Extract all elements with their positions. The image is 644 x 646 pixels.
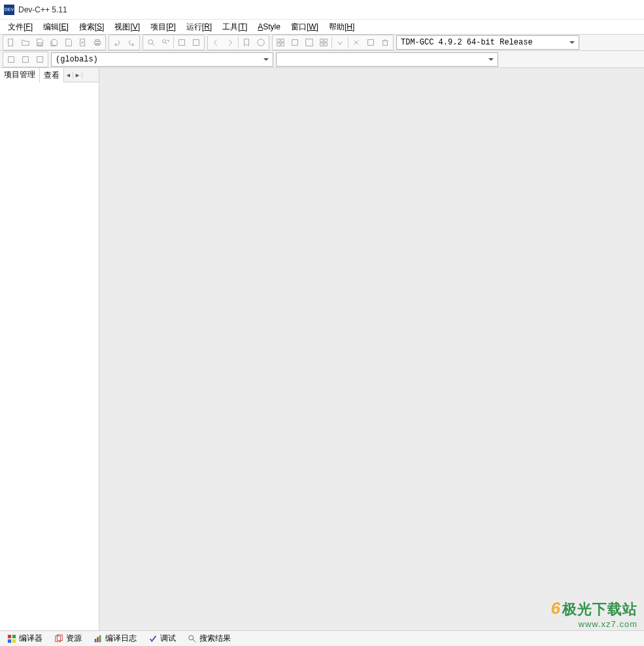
- svg-rect-21: [8, 56, 14, 62]
- svg-rect-11: [281, 39, 284, 42]
- menu-run[interactable]: 运行[R]: [181, 20, 217, 35]
- svg-rect-15: [306, 39, 313, 46]
- svg-rect-24: [8, 634, 11, 638]
- tab-resources-label: 资源: [66, 633, 82, 644]
- svg-rect-12: [277, 43, 280, 46]
- close-icon[interactable]: [76, 36, 90, 49]
- save-all-icon[interactable]: [47, 36, 61, 49]
- svg-rect-13: [281, 43, 284, 46]
- svg-rect-20: [368, 40, 374, 46]
- svg-point-33: [189, 635, 194, 639]
- svg-rect-17: [324, 39, 327, 42]
- menu-window[interactable]: 窗口[W]: [286, 20, 324, 35]
- svg-rect-19: [324, 43, 327, 46]
- new-class-icon[interactable]: [4, 53, 18, 66]
- svg-rect-27: [12, 639, 16, 642]
- menu-file[interactable]: 文件[F]: [3, 20, 38, 35]
- menu-search[interactable]: 搜索[S]: [74, 20, 110, 35]
- new-file-icon[interactable]: [4, 36, 18, 49]
- sidebar-tab-project[interactable]: 项目管理: [0, 68, 40, 82]
- run-icon[interactable]: [288, 36, 302, 49]
- rebuild-all-icon[interactable]: [316, 36, 331, 49]
- sidebar: 项目管理 查看 ◄ ►: [0, 68, 99, 630]
- menu-view[interactable]: 视图[V]: [109, 20, 145, 35]
- menu-project[interactable]: 项目[P]: [145, 20, 181, 35]
- svg-rect-18: [320, 43, 323, 46]
- bookmark-icon[interactable]: [239, 36, 254, 49]
- tab-compile-log-label: 编译日志: [105, 633, 137, 644]
- svg-rect-22: [23, 56, 29, 62]
- tab-debug[interactable]: 调试: [143, 630, 182, 646]
- members-dropdown[interactable]: [276, 52, 498, 67]
- window-title: Dev-C++ 5.11: [18, 5, 67, 14]
- search-icon: [188, 634, 197, 643]
- app-icon: DEV: [4, 5, 14, 15]
- goto-line-icon[interactable]: [189, 36, 203, 49]
- tab-search-results-label: 搜索结果: [199, 633, 231, 644]
- main-area: 项目管理 查看 ◄ ►: [0, 68, 644, 630]
- profile-icon[interactable]: [364, 36, 378, 49]
- svg-rect-32: [99, 635, 101, 642]
- svg-rect-30: [95, 639, 97, 642]
- tab-compiler-label: 编译器: [19, 633, 42, 644]
- svg-rect-9: [194, 40, 199, 46]
- svg-rect-8: [179, 40, 185, 46]
- toggle-icon[interactable]: [33, 53, 47, 66]
- stop-icon[interactable]: [349, 36, 364, 49]
- svg-rect-25: [12, 634, 16, 638]
- editor-area[interactable]: [99, 68, 644, 630]
- find-icon[interactable]: [144, 36, 158, 49]
- insert-icon[interactable]: [18, 53, 33, 66]
- globals-dropdown-value: (globals): [56, 55, 98, 64]
- tab-debug-label: 调试: [160, 633, 176, 644]
- log-icon: [93, 634, 103, 643]
- save-as-icon[interactable]: [61, 36, 76, 49]
- compiler-dropdown[interactable]: TDM-GCC 4.9.2 64-bit Release: [396, 35, 579, 50]
- delete-profile-icon[interactable]: [378, 36, 392, 49]
- print-icon[interactable]: [90, 36, 105, 49]
- svg-rect-0: [8, 39, 13, 46]
- menu-help[interactable]: 帮助[H]: [324, 20, 360, 35]
- toolbar-main: TDM-GCC 4.9.2 64-bit Release: [0, 34, 644, 51]
- nav-back-icon[interactable]: [209, 36, 223, 49]
- menubar: 文件[F] 编辑[E] 搜索[S] 视图[V] 项目[P] 运行[R] 工具[T…: [0, 20, 644, 34]
- svg-rect-26: [8, 639, 11, 642]
- goto-bookmark-icon[interactable]: [254, 36, 268, 49]
- sidebar-scroll-right-icon[interactable]: ►: [73, 72, 82, 78]
- tab-compiler[interactable]: 编译器: [1, 630, 48, 646]
- debug-check-icon: [148, 634, 158, 643]
- bottom-panel-tabs: 编译器 资源 编译日志 调试 搜索结果: [0, 630, 644, 646]
- nav-forward-icon[interactable]: [223, 36, 237, 49]
- replace-icon[interactable]: [158, 36, 173, 49]
- svg-rect-10: [277, 39, 280, 42]
- compile-icon[interactable]: [273, 36, 288, 49]
- resource-icon: [54, 634, 63, 643]
- menu-astyle[interactable]: AStyle: [252, 20, 286, 33]
- tab-search-results[interactable]: 搜索结果: [182, 630, 237, 646]
- debug-icon[interactable]: [333, 36, 347, 49]
- svg-rect-4: [95, 40, 99, 42]
- compiler-icon: [7, 634, 16, 643]
- save-icon[interactable]: [33, 36, 47, 49]
- compiler-dropdown-value: TDM-GCC 4.9.2 64-bit Release: [401, 38, 533, 47]
- menu-tools[interactable]: 工具[T]: [217, 20, 252, 35]
- tab-resources[interactable]: 资源: [48, 630, 88, 646]
- globals-dropdown[interactable]: (globals): [51, 52, 273, 67]
- toolbar-classes: (globals): [0, 51, 644, 68]
- menu-edit[interactable]: 编辑[E]: [38, 20, 74, 35]
- svg-rect-23: [37, 56, 43, 62]
- open-icon[interactable]: [18, 36, 33, 49]
- sidebar-scroll-left-icon[interactable]: ◄: [64, 72, 73, 78]
- find-next-icon[interactable]: [175, 36, 189, 49]
- sidebar-tabs: 项目管理 查看 ◄ ►: [0, 68, 99, 82]
- svg-rect-16: [320, 39, 323, 42]
- svg-rect-14: [292, 40, 298, 46]
- tab-compile-log[interactable]: 编译日志: [88, 630, 143, 646]
- undo-icon[interactable]: [110, 36, 124, 49]
- compile-run-icon[interactable]: [302, 36, 316, 49]
- svg-rect-31: [97, 637, 99, 642]
- project-tree[interactable]: [0, 82, 99, 630]
- redo-icon[interactable]: [124, 36, 139, 49]
- svg-rect-1: [38, 43, 41, 46]
- sidebar-tab-classes[interactable]: 查看: [40, 68, 64, 83]
